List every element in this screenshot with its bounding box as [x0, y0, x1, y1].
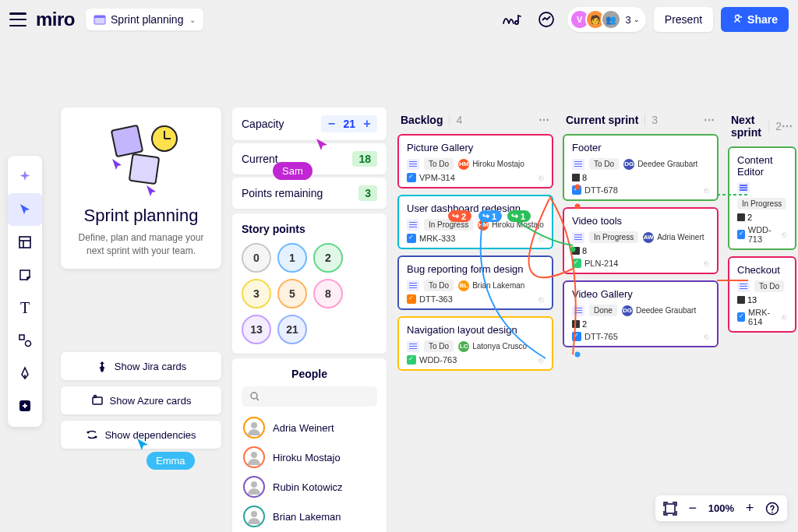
current-label: Current	[242, 153, 278, 165]
sprint-info-card: Sprint planning Define, plan and manage …	[61, 107, 221, 269]
point-chip-13[interactable]: 13	[242, 315, 271, 344]
card[interactable]: CheckoutTo Do13MRK-614⎋	[728, 256, 796, 333]
help-icon[interactable]	[765, 502, 779, 516]
story-points-label: Story points	[242, 223, 377, 235]
link-icon[interactable]: ⎋	[538, 294, 544, 304]
svg-point-22	[251, 481, 257, 488]
card[interactable]: Bug reporting form designTo DoBLBrian La…	[397, 255, 553, 310]
card[interactable]: User dashboard redesignIn ProgressHMHiro…	[397, 195, 553, 249]
desc-icon	[737, 182, 750, 193]
svg-line-19	[256, 398, 259, 400]
issue-type-icon	[737, 230, 745, 239]
link-icon[interactable]: ⎋	[538, 234, 544, 243]
person-row[interactable]: Brian Lakeman	[242, 502, 377, 531]
point-chip-0[interactable]: 0	[242, 243, 271, 273]
column-menu[interactable]: ⋯	[782, 120, 793, 132]
show-jira-button[interactable]: Show Jira cards	[61, 352, 221, 380]
svg-rect-12	[111, 125, 143, 157]
card[interactable]: Video GalleryDoneDGDeedee Graubart2DTT-7…	[563, 280, 719, 347]
card-assignee: DGDeedee Graubart	[622, 305, 696, 316]
card-title: Bug reporting form design	[407, 263, 544, 275]
capacity-decrease[interactable]: −	[326, 117, 337, 131]
svg-rect-36	[666, 504, 675, 513]
share-button[interactable]: Share	[721, 7, 789, 32]
svg-point-21	[251, 452, 257, 458]
desc-icon	[407, 280, 419, 291]
board-selector[interactable]: Sprint planning ⌄	[86, 9, 203, 30]
point-chip-5[interactable]: 5	[277, 279, 307, 308]
current-value: 18	[352, 151, 377, 167]
link-icon[interactable]: ⎋	[782, 312, 787, 322]
messenger-icon[interactable]	[533, 6, 560, 33]
card[interactable]: Content EditorIn Progress2WDD-713⎋	[728, 146, 796, 250]
card-title: Navigation layout design	[407, 324, 544, 336]
desc-icon	[407, 220, 419, 231]
column-backlog: Backlog4⋯Picture GalleryTo DoHMHiroku Mo…	[397, 107, 553, 377]
point-chip-3[interactable]: 3	[242, 279, 271, 308]
link-icon[interactable]: ⎋	[704, 259, 709, 268]
column-menu[interactable]: ⋯	[538, 114, 550, 126]
capacity-increase[interactable]: +	[362, 117, 373, 131]
card[interactable]: Navigation layout designTo DoLCLatonya C…	[397, 316, 553, 371]
card-status: Done	[589, 305, 617, 316]
capacity-row: Capacity − 21 +	[232, 107, 387, 140]
cursor-emma-pointer	[134, 436, 151, 453]
svg-point-18	[251, 393, 257, 399]
card-assignee: AWAdria Weinert	[643, 232, 704, 243]
card-title: Video tools	[572, 215, 709, 227]
column-next-sprint: Next sprint2⋯Content EditorIn Progress2W…	[728, 107, 796, 377]
card-assignee: DGDeedee Graubart	[623, 159, 697, 170]
person-row[interactable]: Hiroku Mostajo	[242, 442, 377, 472]
desc-icon	[572, 159, 584, 170]
svg-rect-14	[93, 397, 102, 404]
topbar: miro Sprint planning ⌄ V 🧑 👥 3 ⌄ Present…	[0, 0, 798, 39]
link-icon[interactable]: ⎋	[782, 230, 787, 239]
card-id: MRK-333	[419, 234, 455, 243]
svg-rect-30	[737, 213, 745, 221]
card[interactable]: Video toolsIn ProgressAWAdria Weinert8PL…	[563, 207, 719, 274]
remaining-value: 3	[358, 185, 377, 201]
cursor-emma: Emma	[147, 452, 195, 470]
column-menu[interactable]: ⋯	[704, 114, 715, 126]
card-assignee: HMHiroku Mostajo	[458, 159, 524, 170]
jira-icon	[96, 360, 108, 372]
sprint-illustration	[72, 122, 210, 199]
search-icon	[249, 391, 260, 402]
point-chip-21[interactable]: 21	[277, 315, 307, 344]
present-button[interactable]: Present	[654, 7, 713, 32]
person-row[interactable]: Adria Weinert	[242, 413, 377, 442]
fit-icon[interactable]	[663, 502, 677, 516]
point-chip-2[interactable]: 2	[313, 243, 343, 273]
card[interactable]: FooterTo DoDGDeedee Graubart8DTT-678⎋	[563, 134, 719, 201]
column-count: 2	[768, 120, 782, 132]
logo[interactable]: miro	[36, 9, 75, 30]
card-status: To Do	[424, 340, 454, 352]
hamburger-menu[interactable]	[9, 12, 26, 26]
desc-icon	[407, 159, 419, 170]
point-chip-1[interactable]: 1	[277, 243, 307, 273]
point-chip-8[interactable]: 8	[313, 279, 343, 308]
card-id: VPM-314	[419, 173, 455, 182]
card-id: WDD-763	[419, 355, 457, 365]
issue-type-icon	[407, 294, 416, 304]
zoom-out[interactable]: −	[687, 500, 699, 516]
card-title: Video Gallery	[572, 288, 709, 300]
people-search[interactable]	[242, 386, 377, 407]
link-icon[interactable]: ⎋	[704, 332, 709, 341]
card-points: 8	[572, 173, 587, 182]
dep-pill[interactable]: ↪ 2	[448, 210, 471, 222]
link-icon[interactable]: ⎋	[538, 355, 544, 365]
zoom-in[interactable]: +	[743, 500, 756, 516]
link-icon[interactable]: ⎋	[538, 173, 544, 182]
link-icon[interactable]: ⎋	[704, 185, 709, 195]
card[interactable]: Picture GalleryTo DoHMHiroku MostajoVPM-…	[397, 134, 553, 188]
remaining-label: Points remaining	[242, 187, 323, 199]
person-row[interactable]: Rubin Kotowicz	[242, 472, 377, 502]
card-points: 2	[737, 213, 752, 222]
canvas[interactable]: Sprint planning Define, plan and manage …	[0, 47, 798, 532]
music-icon[interactable]	[499, 6, 525, 33]
dep-pill[interactable]: ↪ 1	[507, 210, 531, 222]
dep-pill[interactable]: ↪ 1	[478, 210, 502, 222]
show-azure-button[interactable]: Show Azure cards	[61, 386, 221, 414]
collaborator-avatars[interactable]: V 🧑 👥 3 ⌄	[567, 7, 646, 32]
